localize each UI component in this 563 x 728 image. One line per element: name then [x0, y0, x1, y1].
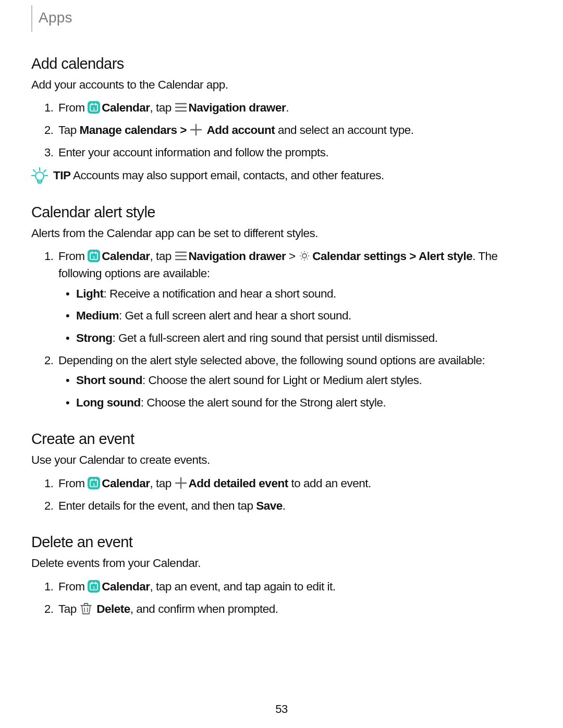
- step: Tap Manage calendars > Add account and s…: [56, 122, 532, 139]
- gear-icon: [298, 250, 311, 262]
- step: From Calendar, tap Navigation drawer.: [56, 100, 532, 117]
- heading-add-calendars: Add calendars: [31, 53, 532, 75]
- navigation-drawer-icon: [175, 250, 187, 262]
- page-number: 53: [0, 701, 563, 718]
- plus-icon: [190, 124, 202, 136]
- heading-create-event: Create an event: [31, 428, 532, 450]
- list-item: Long sound: Choose the alert sound for t…: [74, 394, 532, 412]
- calendar-icon: [88, 101, 100, 114]
- list-item: Light: Receive a notification and hear a…: [74, 286, 532, 303]
- step: From Calendar, tap Add detailed event to…: [56, 475, 532, 492]
- sub-list: Short sound: Choose the alert sound for …: [58, 372, 532, 411]
- list-item: Strong: Get a full-screen alert and ring…: [74, 330, 532, 347]
- trash-icon: [80, 602, 92, 615]
- step: Enter details for the event, and then ta…: [56, 498, 532, 515]
- list-item: Medium: Get a full screen alert and hear…: [74, 307, 532, 325]
- steps-create-event: From Calendar, tap Add detailed event to…: [31, 475, 532, 514]
- intro-delete-event: Delete events from your Calendar.: [31, 555, 532, 572]
- intro-add-calendars: Add your accounts to the Calendar app.: [31, 77, 532, 94]
- intro-create-event: Use your Calendar to create events.: [31, 452, 532, 469]
- steps-alert-style: From Calendar, tap Navigation drawer > C…: [31, 248, 532, 411]
- lightbulb-icon: [31, 167, 48, 184]
- step: Depending on the alert style selected ab…: [56, 352, 532, 412]
- navigation-drawer-icon: [175, 101, 187, 114]
- calendar-icon: [88, 580, 100, 593]
- breadcrumb: Apps: [31, 5, 532, 32]
- step: Tap Delete, and confirm when prompted.: [56, 601, 532, 618]
- sub-list: Light: Receive a notification and hear a…: [58, 286, 532, 347]
- intro-alert-style: Alerts from the Calendar app can be set …: [31, 225, 532, 242]
- calendar-icon: [88, 477, 100, 489]
- tip-callout: TIP Accounts may also support email, con…: [31, 167, 532, 184]
- calendar-icon: [88, 250, 100, 262]
- plus-icon: [175, 477, 187, 489]
- step: From Calendar, tap an event, and tap aga…: [56, 578, 532, 596]
- step: From Calendar, tap Navigation drawer > C…: [56, 248, 532, 347]
- steps-delete-event: From Calendar, tap an event, and tap aga…: [31, 578, 532, 618]
- step: Enter your account information and follo…: [56, 144, 532, 162]
- heading-alert-style: Calendar alert style: [31, 201, 532, 223]
- list-item: Short sound: Choose the alert sound for …: [74, 372, 532, 389]
- heading-delete-event: Delete an event: [31, 531, 532, 553]
- steps-add-calendars: From Calendar, tap Navigation drawer. Ta…: [31, 100, 532, 161]
